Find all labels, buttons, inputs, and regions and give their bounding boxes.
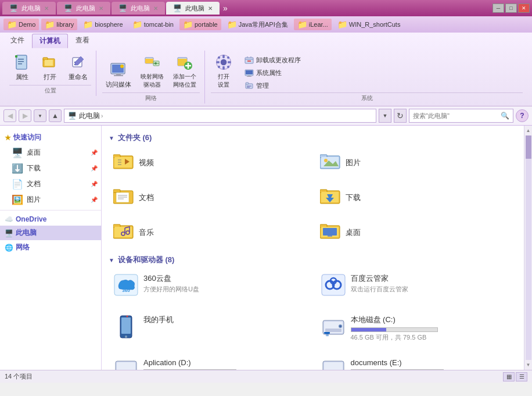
- scroll-track[interactable]: [526, 135, 531, 360]
- uninstall-button[interactable]: 卸载或更改程序: [242, 54, 303, 66]
- ribbon-tab-computer[interactable]: 计算机: [32, 34, 68, 48]
- manage-button[interactable]: 管理: [242, 80, 303, 91]
- rename-button[interactable]: 重命名: [65, 51, 91, 84]
- quick-access-section[interactable]: ★ 快速访问: [0, 130, 101, 145]
- address-dropdown-button[interactable]: ▼: [379, 109, 391, 123]
- tab-1[interactable]: 🖥️ 此电脑 ✕: [2, 2, 56, 15]
- scroll-down-button[interactable]: ▼: [525, 361, 532, 369]
- tab-1-label: 此电脑: [21, 4, 41, 13]
- open-settings-button[interactable]: 打开 设置: [211, 51, 236, 91]
- bookmark-ilearn[interactable]: 📁 iLear...: [294, 19, 332, 30]
- quick-access-star-icon: ★: [5, 134, 11, 142]
- bookmark-portable[interactable]: 📁 portable: [179, 19, 221, 30]
- folders-section-header[interactable]: ▼ 文件夹 (6): [109, 133, 517, 143]
- tab-overflow-btn[interactable]: »: [221, 3, 230, 13]
- sys-props-button[interactable]: 系统属性: [242, 67, 303, 79]
- sidebar-item-desktop[interactable]: 🖥️ 桌面 📌: [0, 145, 101, 160]
- folder-desktop[interactable]: 桌面: [315, 217, 517, 248]
- network-section[interactable]: 🌐 网络: [0, 240, 101, 255]
- properties-icon: [13, 53, 31, 72]
- bookmark-shortcuts[interactable]: 📁 WIN_R_shortCuts: [334, 19, 404, 30]
- ribbon-tab-view[interactable]: 查看: [69, 34, 96, 48]
- device-360cloud[interactable]: 360 360云盘 方便好用的网络U盘: [109, 270, 310, 305]
- tab-1-close[interactable]: ✕: [44, 5, 49, 12]
- svg-rect-15: [114, 75, 123, 76]
- bookmark-biosphere-icon: 📁: [83, 20, 93, 29]
- device-grid: 360 360云盘 方便好用的网络U盘: [109, 270, 517, 370]
- minimize-button[interactable]: ─: [493, 3, 504, 13]
- properties-button[interactable]: 属性: [9, 51, 35, 84]
- devices-section-header[interactable]: ▼ 设备和驱动器 (8): [109, 255, 517, 265]
- tab-2-label: 此电脑: [76, 4, 95, 13]
- tab-3[interactable]: 🖥️ 此电脑 ✕: [112, 2, 165, 15]
- tab-4[interactable]: 🖥️ 此电脑 ✕: [166, 2, 220, 15]
- bookmark-java-label: Java常用API合集: [239, 20, 288, 29]
- manage-icon: [245, 81, 254, 90]
- bookmark-java[interactable]: 📁 Java常用API合集: [224, 19, 292, 30]
- folder-downloads[interactable]: 下载: [315, 183, 517, 213]
- tab-2-close[interactable]: ✕: [99, 5, 103, 12]
- help-button[interactable]: ?: [516, 109, 529, 122]
- search-input[interactable]: [413, 112, 498, 119]
- device-disk-c[interactable]: ⊞ 本地磁盘 (C:) 46.5 GB 可用，共 79.5 GB: [316, 311, 517, 349]
- bookmark-library[interactable]: 📁 library: [41, 19, 77, 30]
- up-button[interactable]: ▲: [49, 109, 62, 122]
- bookmark-tomcat[interactable]: 📁 tomcat-bin: [129, 19, 177, 30]
- search-icon[interactable]: 🔍: [501, 112, 509, 120]
- sidebar-item-downloads[interactable]: ⬇️ 下载 📌: [0, 160, 101, 176]
- folder-pictures[interactable]: 图片: [315, 148, 517, 178]
- svg-rect-7: [45, 60, 53, 66]
- device-disk-c-info: 本地磁盘 (C:) 46.5 GB 可用，共 79.5 GB: [351, 315, 438, 342]
- back-button[interactable]: ◀: [3, 109, 16, 122]
- folder-video-label: 视频: [139, 158, 154, 168]
- content-scrollbar[interactable]: ▲ ▼: [524, 126, 532, 370]
- open-button[interactable]: 打开: [37, 51, 63, 84]
- device-disk-d-progress: [143, 369, 236, 370]
- tab-3-close[interactable]: ✕: [153, 5, 158, 12]
- list-view-button[interactable]: ☰: [516, 372, 527, 381]
- folder-music[interactable]: 音乐: [109, 217, 311, 248]
- device-disk-d[interactable]: Aplication (D:): [109, 355, 310, 370]
- this-pc-section[interactable]: 🖥️ 此电脑: [0, 226, 101, 240]
- onedrive-section[interactable]: ☁️ OneDrive: [0, 213, 101, 226]
- sidebar-item-documents[interactable]: 📄 文档 📌: [0, 176, 101, 192]
- svg-rect-31: [217, 61, 220, 63]
- device-disk-e[interactable]: documents (E:): [316, 355, 517, 370]
- maximize-button[interactable]: □: [505, 3, 517, 13]
- svg-rect-92: [325, 329, 342, 332]
- location-buttons: 属性 打开: [9, 51, 91, 84]
- uninstall-icon: [245, 55, 254, 65]
- search-box[interactable]: 🔍: [409, 109, 513, 123]
- folder-video[interactable]: 视频: [109, 148, 311, 178]
- forward-button[interactable]: ▶: [19, 109, 31, 122]
- device-phone[interactable]: 我的手机: [109, 311, 310, 349]
- device-disk-d-icon: [113, 358, 139, 370]
- device-baidu[interactable]: 百度云管家 双击运行百度云管家: [316, 270, 517, 305]
- device-phone-info: 我的手机: [143, 315, 174, 325]
- add-location-button[interactable]: 添加一个 网络位置: [170, 51, 200, 91]
- scroll-up-button[interactable]: ▲: [525, 127, 532, 134]
- system-group-label: 系统: [211, 92, 523, 102]
- tile-view-button[interactable]: ▦: [503, 372, 515, 381]
- refresh-button[interactable]: ↻: [394, 109, 407, 123]
- address-input[interactable]: 🖥️ 此电脑 ›: [64, 109, 376, 123]
- close-button[interactable]: ✕: [518, 3, 530, 13]
- svg-rect-43: [246, 70, 253, 74]
- scroll-thumb[interactable]: [526, 135, 531, 159]
- bookmark-biosphere[interactable]: 📁 biosphere: [80, 19, 126, 30]
- bookmark-demo[interactable]: 📁 Demo: [3, 19, 39, 30]
- folder-documents[interactable]: 文档: [109, 183, 311, 213]
- media-access-button[interactable]: 访问媒体: [102, 58, 135, 91]
- sidebar-item-pictures[interactable]: 🖼️ 图片 📌: [0, 192, 101, 208]
- tab-4-close[interactable]: ✕: [208, 5, 213, 12]
- rename-label: 重命名: [69, 73, 88, 81]
- ribbon-tab-file[interactable]: 文件: [3, 34, 31, 48]
- svg-rect-47: [246, 83, 249, 84]
- properties-label: 属性: [16, 73, 28, 81]
- dropdown-nav-button[interactable]: ▼: [34, 109, 46, 122]
- map-drive-button[interactable]: 映射网络 驱动器: [137, 51, 167, 91]
- rename-icon: [69, 53, 88, 72]
- open-settings-label: 打开 设置: [218, 73, 229, 89]
- tab-2[interactable]: 🖥️ 此电脑 ✕: [57, 2, 110, 15]
- svg-rect-63: [113, 190, 120, 192]
